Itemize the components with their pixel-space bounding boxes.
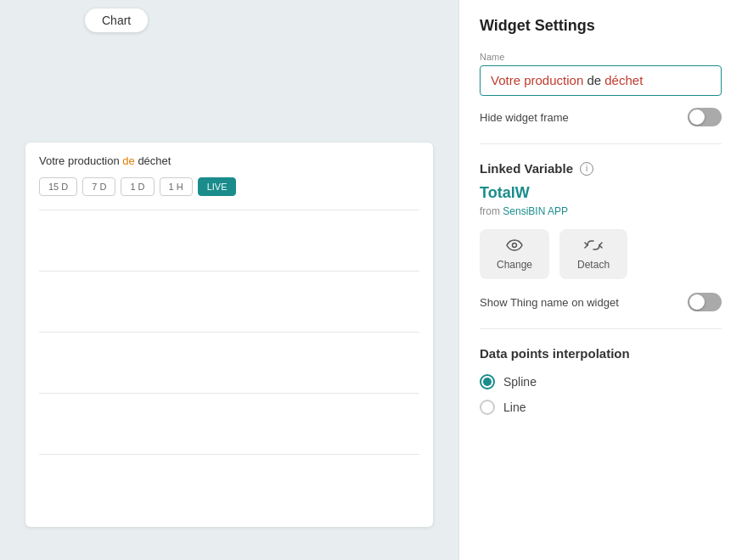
time-btn-1h[interactable]: 1 H xyxy=(160,177,193,196)
widget-title: Votre production de déchet xyxy=(39,154,419,167)
change-icon xyxy=(505,238,524,255)
line-label: Line xyxy=(503,400,526,414)
grid-line-4 xyxy=(39,393,419,454)
variable-name: TotalW xyxy=(480,184,722,202)
linked-variable-section: Linked Variable i TotalW from SensiBIN A… xyxy=(480,161,722,329)
interpolation-section: Data points interpolation Spline Line xyxy=(480,346,722,442)
variable-source: from SensiBIN APP xyxy=(480,205,722,217)
chart-area xyxy=(39,210,419,515)
left-panel: Chart Votre production de déchet 15 D 7 … xyxy=(0,0,458,560)
hide-widget-frame-row: Hide widget frame xyxy=(480,108,722,126)
name-input-box[interactable]: Votre production de déchet xyxy=(480,65,722,96)
spline-radio[interactable] xyxy=(480,374,495,389)
grid-line-1 xyxy=(39,210,419,271)
time-btn-15d[interactable]: 15 D xyxy=(39,177,77,196)
line-radio[interactable] xyxy=(480,400,495,415)
show-thing-name-label: Show Thing name on widget xyxy=(480,296,619,309)
grid-line-5 xyxy=(39,454,419,515)
line-option[interactable]: Line xyxy=(480,400,722,415)
chart-tab[interactable]: Chart xyxy=(85,8,148,32)
interpolation-title: Data points interpolation xyxy=(480,346,722,361)
change-label: Change xyxy=(497,259,532,271)
chart-widget: Votre production de déchet 15 D 7 D 1 D … xyxy=(25,143,433,527)
name-value: Votre production de déchet xyxy=(491,73,643,87)
title-highlight: de xyxy=(122,154,134,167)
change-button[interactable]: Change xyxy=(480,229,549,279)
time-btn-7d[interactable]: 7 D xyxy=(82,177,115,196)
name-de: de xyxy=(587,73,601,87)
detach-label: Detach xyxy=(577,259,610,271)
source-name: SensiBIN APP xyxy=(503,205,568,217)
svg-line-4 xyxy=(599,245,602,248)
detach-button[interactable]: Detach xyxy=(559,229,627,279)
time-btn-1d[interactable]: 1 D xyxy=(121,177,154,196)
action-buttons: Change Detach xyxy=(480,229,722,279)
info-icon[interactable]: i xyxy=(580,162,593,176)
name-field-label: Name xyxy=(480,52,722,62)
svg-line-2 xyxy=(585,245,587,248)
detach-icon xyxy=(584,238,603,255)
hide-widget-frame-toggle[interactable] xyxy=(688,108,722,126)
spline-radio-inner xyxy=(483,378,492,386)
name-section: Name Votre production de déchet Hide wid… xyxy=(480,52,722,144)
linked-variable-title: Linked Variable xyxy=(480,161,573,176)
grid-line-2 xyxy=(39,271,419,332)
show-thing-name-toggle[interactable] xyxy=(688,293,722,311)
spline-label: Spline xyxy=(503,375,537,389)
time-btn-live[interactable]: LIVE xyxy=(198,177,237,196)
svg-point-0 xyxy=(513,244,517,248)
show-thing-toggle-knob xyxy=(689,294,705,310)
spline-option[interactable]: Spline xyxy=(480,374,722,389)
right-panel: Widget Settings Name Votre production de… xyxy=(458,0,742,560)
linked-variable-header: Linked Variable i xyxy=(480,161,722,176)
show-thing-name-row: Show Thing name on widget xyxy=(480,293,722,311)
toggle-knob xyxy=(689,109,705,125)
panel-title: Widget Settings xyxy=(480,17,722,35)
grid-line-3 xyxy=(39,332,419,393)
time-filters: 15 D 7 D 1 D 1 H LIVE xyxy=(39,177,419,196)
hide-widget-frame-label: Hide widget frame xyxy=(480,111,569,124)
